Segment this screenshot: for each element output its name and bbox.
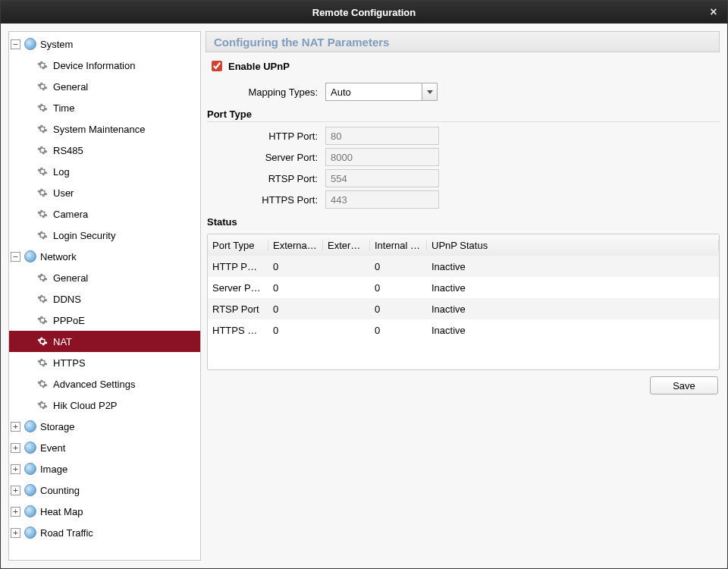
sidebar-group-image[interactable]: +Image: [9, 458, 200, 479]
sidebar-group-network[interactable]: −Network: [9, 246, 200, 267]
sidebar-item-time[interactable]: Time: [9, 97, 200, 118]
cell-internal: 0: [370, 282, 427, 294]
col-internal-port[interactable]: Internal …: [370, 240, 427, 251]
https-port-input[interactable]: [325, 190, 439, 209]
sidebar-item-ddns[interactable]: DDNS: [9, 288, 200, 310]
gear-icon: [36, 123, 49, 135]
cell-port_type: RTSP Port: [208, 303, 268, 315]
sidebar-item-device-information[interactable]: Device Information: [9, 55, 200, 76]
sidebar-item-https[interactable]: HTTPS: [9, 352, 200, 373]
sidebar-group-label: System: [40, 39, 73, 50]
sidebar-group-counting[interactable]: +Counting: [9, 479, 200, 501]
save-row: Save: [207, 370, 720, 395]
sidebar-item-system-maintenance[interactable]: System Maintenance: [9, 118, 200, 140]
gear-icon: [36, 165, 49, 178]
sidebar-item-general[interactable]: General: [9, 76, 200, 97]
sidebar-item-rs485[interactable]: RS485: [9, 140, 200, 161]
status-heading: Status: [207, 212, 720, 229]
enable-upnp-checkbox[interactable]: [212, 61, 222, 71]
sidebar-item-camera[interactable]: Camera: [9, 203, 200, 225]
collapse-icon[interactable]: −: [11, 252, 20, 262]
gear-icon: [36, 293, 49, 305]
cell-external: 0: [268, 325, 323, 336]
enable-upnp-label[interactable]: Enable UPnP: [228, 61, 290, 72]
sidebar-group-label: Event: [40, 442, 65, 454]
chevron-down-icon[interactable]: [422, 83, 437, 100]
globe-icon: [24, 38, 36, 50]
sidebar-item-general[interactable]: General: [9, 267, 200, 288]
status-table: Port Type External… Extern… Internal … U…: [207, 234, 720, 370]
sidebar-item-hik-cloud-p2p[interactable]: Hik Cloud P2P: [9, 395, 200, 416]
http-port-input[interactable]: [325, 127, 439, 145]
sidebar-group-event[interactable]: +Event: [9, 437, 200, 458]
close-icon[interactable]: ×: [706, 1, 721, 24]
table-row[interactable]: RTSP Port00Inactive: [208, 298, 719, 319]
sidebar-group-heatmap[interactable]: +Heat Map: [9, 501, 200, 522]
sidebar-item-label: NAT: [53, 336, 72, 347]
sidebar-group-storage[interactable]: +Storage: [9, 416, 200, 437]
save-button[interactable]: Save: [650, 376, 718, 395]
globe-icon: [24, 250, 36, 262]
expand-icon[interactable]: +: [11, 528, 20, 538]
sidebar-item-label: Camera: [53, 209, 88, 220]
sidebar-item-label: Time: [53, 102, 74, 114]
server-port-input[interactable]: [325, 148, 439, 166]
port-type-heading: Port Type: [207, 104, 720, 122]
sidebar-item-user[interactable]: User: [9, 182, 200, 203]
sidebar-item-label: System Maintenance: [53, 124, 145, 135]
https-port-row: HTTPS Port:: [207, 190, 720, 209]
sidebar-item-advanced-settings[interactable]: Advanced Settings: [9, 373, 200, 395]
cell-upnp: Inactive: [427, 303, 719, 315]
col-external-port[interactable]: External…: [268, 240, 323, 251]
sidebar-group-road[interactable]: +Road Traffic: [9, 522, 200, 543]
sidebar-group-label: Storage: [40, 421, 75, 432]
sidebar-group-label: Image: [40, 464, 67, 475]
cell-external: 0: [268, 303, 323, 315]
rtsp-port-label: RTSP Port:: [207, 173, 325, 184]
expand-icon[interactable]: +: [11, 507, 20, 517]
col-external-ip[interactable]: Extern…: [323, 240, 370, 251]
mapping-types-label: Mapping Types:: [207, 86, 325, 98]
sidebar-item-label: PPPoE: [53, 315, 85, 326]
cell-upnp: Inactive: [427, 261, 719, 272]
expand-icon[interactable]: +: [11, 464, 20, 474]
sidebar-group-label: Counting: [40, 485, 80, 496]
sidebar-item-label: Device Information: [53, 60, 135, 71]
sidebar-item-label: DDNS: [53, 294, 81, 305]
sidebar-group-system[interactable]: −System: [9, 33, 200, 55]
panel-title: Configuring the NAT Parameters: [206, 31, 720, 52]
expand-icon[interactable]: +: [11, 422, 20, 432]
sidebar-group-label: Heat Map: [40, 506, 83, 517]
cell-internal: 0: [370, 325, 427, 336]
gear-icon: [36, 229, 49, 241]
cell-port_type: Server P…: [208, 282, 268, 294]
sidebar-item-login-security[interactable]: Login Security: [9, 225, 200, 246]
sidebar-item-nat[interactable]: NAT: [9, 331, 200, 352]
expand-icon[interactable]: +: [11, 486, 20, 495]
mapping-types-value[interactable]: [326, 83, 422, 100]
expand-icon[interactable]: +: [11, 443, 20, 453]
server-port-row: Server Port:: [207, 148, 720, 166]
mapping-types-select[interactable]: [325, 83, 438, 101]
sidebar-group-label: Road Traffic: [40, 527, 93, 539]
gear-icon: [36, 144, 49, 156]
table-row[interactable]: Server P…00Inactive: [208, 277, 719, 298]
sidebar-item-label: Advanced Settings: [53, 379, 135, 390]
cell-external: 0: [268, 261, 323, 272]
table-row[interactable]: HTTPS …00Inactive: [208, 319, 719, 341]
gear-icon: [36, 187, 49, 199]
status-table-header: Port Type External… Extern… Internal … U…: [208, 234, 719, 256]
sidebar-item-pppoe[interactable]: PPPoE: [9, 310, 200, 331]
collapse-icon[interactable]: −: [11, 39, 20, 49]
sidebar-item-log[interactable]: Log: [9, 161, 200, 182]
gear-icon: [36, 378, 49, 390]
table-row[interactable]: HTTP P…00Inactive: [208, 256, 719, 277]
rtsp-port-input[interactable]: [325, 169, 439, 187]
globe-icon: [24, 420, 36, 432]
gear-icon: [36, 59, 49, 71]
col-upnp-status[interactable]: UPnP Status: [427, 240, 719, 251]
col-port-type[interactable]: Port Type: [208, 240, 268, 251]
sidebar-item-label: User: [53, 187, 74, 199]
globe-icon: [24, 527, 36, 539]
cell-internal: 0: [370, 303, 427, 315]
